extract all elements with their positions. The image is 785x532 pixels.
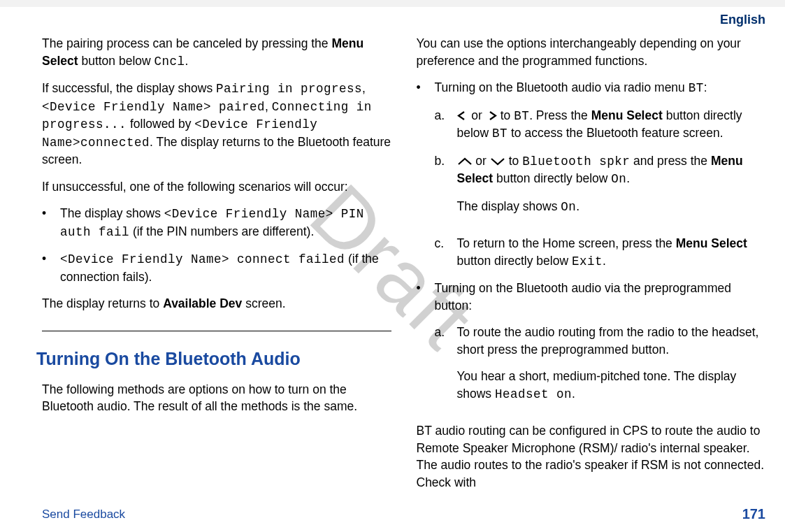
text-mono: Pairing in progress bbox=[216, 82, 362, 96]
down-chevron-icon bbox=[490, 153, 505, 171]
send-feedback-link[interactable]: Send Feedback bbox=[42, 508, 125, 522]
text: and press the bbox=[630, 154, 711, 168]
list-text: or to BT. Press the Menu Select button d… bbox=[457, 107, 766, 143]
text: The pairing process can be canceled by p… bbox=[42, 36, 331, 50]
paragraph: To route the audio routing from the radi… bbox=[457, 324, 766, 358]
columns: The pairing process can be canceled by p… bbox=[42, 35, 765, 490]
bullet-icon: • bbox=[42, 250, 60, 285]
text: or bbox=[468, 108, 486, 122]
text: to bbox=[497, 108, 514, 122]
footer: Send Feedback 171 bbox=[42, 506, 765, 522]
text-mono: Exit bbox=[572, 254, 603, 268]
column-left: The pairing process can be canceled by p… bbox=[42, 35, 391, 490]
text: . bbox=[185, 54, 189, 68]
list-text: To return to the Home screen, press the … bbox=[457, 235, 766, 270]
text: The display shows bbox=[457, 199, 561, 213]
text-mono: Cncl bbox=[154, 55, 185, 69]
right-arrow-icon bbox=[486, 108, 497, 125]
text: or bbox=[473, 154, 490, 168]
left-arrow-icon bbox=[457, 108, 468, 125]
language-label: English bbox=[720, 13, 765, 27]
divider bbox=[42, 331, 391, 331]
list-item: b. or to Bluetooth spkr and press the Me… bbox=[435, 152, 766, 226]
text-mono: Headset on bbox=[495, 387, 572, 401]
text: . bbox=[626, 171, 630, 185]
text: , bbox=[362, 81, 366, 95]
list-item: • <Device Friendly Name> connect failed … bbox=[42, 250, 391, 285]
bullet-icon: • bbox=[42, 205, 60, 240]
list-item: c. To return to the Home screen, press t… bbox=[435, 235, 766, 270]
list-item: a. To route the audio routing from the r… bbox=[435, 324, 766, 412]
text-mono: <Device Friendly Name> connect failed bbox=[60, 252, 345, 266]
text: . bbox=[603, 254, 606, 268]
paragraph: The display shows On. bbox=[457, 198, 766, 216]
text: button directly below bbox=[493, 171, 611, 185]
text: screen. bbox=[242, 296, 285, 310]
page-number: 171 bbox=[742, 506, 765, 522]
text-mono: BT bbox=[492, 127, 507, 141]
text-bold: Available Dev bbox=[163, 296, 242, 310]
text: Turning on the Bluetooth audio via radio… bbox=[435, 80, 689, 94]
list-text: To route the audio routing from the radi… bbox=[457, 324, 766, 412]
list-item: • Turning on the Bluetooth audio via rad… bbox=[417, 79, 766, 97]
paragraph: or to Bluetooth spkr and press the Menu … bbox=[457, 152, 766, 188]
list-text: Turning on the Bluetooth audio via the p… bbox=[435, 280, 766, 314]
text: (if the PIN numbers are different). bbox=[129, 224, 314, 238]
paragraph: You hear a short, medium-pitched tone. T… bbox=[457, 368, 766, 403]
text-mono: <Device Friendly Name> paired bbox=[42, 100, 265, 114]
list-marker: a. bbox=[435, 107, 457, 143]
text: followed by bbox=[127, 117, 194, 131]
text: To return to the Home screen, press the bbox=[457, 236, 676, 250]
text: If successful, the display shows bbox=[42, 81, 216, 95]
text: . bbox=[572, 387, 575, 401]
list-text: or to Bluetooth spkr and press the Menu … bbox=[457, 152, 766, 226]
text: : bbox=[704, 80, 707, 94]
text: The display shows bbox=[60, 206, 164, 220]
list-text: Turning on the Bluetooth audio via radio… bbox=[435, 79, 766, 97]
section-heading: Turning On the Bluetooth Audio bbox=[36, 347, 391, 371]
text: The display returns to bbox=[42, 296, 163, 310]
list-item: a. or to BT. Press the Menu Select butto… bbox=[435, 107, 766, 143]
up-chevron-icon bbox=[457, 153, 473, 171]
paragraph: The following methods are options on how… bbox=[42, 381, 391, 415]
list-item: • Turning on the Bluetooth audio via the… bbox=[417, 280, 766, 314]
text-bold: Menu Select bbox=[591, 108, 663, 122]
list-marker: b. bbox=[435, 152, 457, 226]
nested-list: a. To route the audio routing from the r… bbox=[435, 324, 766, 412]
text: to access the Bluetooth feature screen. bbox=[507, 126, 723, 140]
list-marker: c. bbox=[435, 235, 457, 270]
text: button directly below bbox=[457, 254, 572, 268]
text: . bbox=[576, 199, 579, 213]
text: to bbox=[505, 154, 522, 168]
list-item: • The display shows <Device Friendly Nam… bbox=[42, 205, 391, 240]
bullet-icon: • bbox=[417, 280, 435, 314]
text-bold: Menu Select bbox=[676, 236, 747, 250]
paragraph: The pairing process can be canceled by p… bbox=[42, 35, 391, 70]
text-mono: BT bbox=[689, 81, 704, 95]
text-mono: Bluetooth spkr bbox=[522, 154, 630, 168]
list-text: The display shows <Device Friendly Name>… bbox=[60, 205, 391, 240]
paragraph: BT audio routing can be configured in CP… bbox=[417, 422, 766, 491]
text: . Press the bbox=[529, 108, 591, 122]
paragraph: The display returns to Available Dev scr… bbox=[42, 295, 391, 312]
text-mono: On bbox=[611, 172, 626, 186]
column-right: You can use the options interchangeably … bbox=[417, 35, 766, 490]
nested-list: a. or to BT. Press the Menu Select butto… bbox=[435, 107, 766, 271]
top-bar bbox=[0, 0, 785, 7]
paragraph: You can use the options interchangeably … bbox=[417, 35, 766, 69]
list-text: <Device Friendly Name> connect failed (i… bbox=[60, 250, 391, 285]
list-marker: a. bbox=[435, 324, 457, 412]
paragraph: If unsuccessful, one of the following sc… bbox=[42, 178, 391, 196]
text: , bbox=[265, 99, 272, 113]
paragraph: If successful, the display shows Pairing… bbox=[42, 80, 391, 168]
text-mono: On bbox=[561, 200, 576, 214]
page-content: The pairing process can be canceled by p… bbox=[42, 35, 765, 490]
bullet-icon: • bbox=[417, 79, 435, 97]
text-mono: BT bbox=[514, 109, 529, 123]
text: button below bbox=[78, 54, 154, 68]
